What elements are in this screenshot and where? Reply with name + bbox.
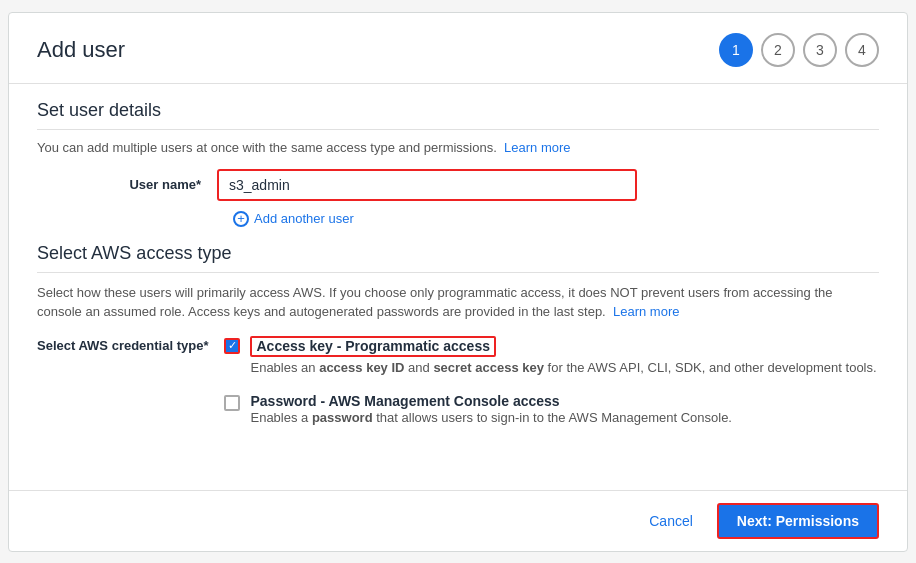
credential-row: Select AWS credential type* Access key -… bbox=[37, 336, 879, 427]
step-1: 1 bbox=[719, 33, 753, 67]
programmatic-option-label: Access key - Programmatic access bbox=[250, 336, 876, 359]
user-details-desc: You can add multiple users at once with … bbox=[37, 140, 879, 155]
user-details-divider bbox=[37, 129, 879, 130]
credential-label: Select AWS credential type* bbox=[37, 336, 224, 353]
console-access-option: Password - AWS Management Console access… bbox=[224, 393, 876, 427]
console-option-label: Password - AWS Management Console access bbox=[250, 393, 732, 409]
username-input[interactable] bbox=[217, 169, 637, 201]
cancel-button[interactable]: Cancel bbox=[637, 507, 705, 535]
step-2: 2 bbox=[761, 33, 795, 67]
programmatic-checkbox[interactable] bbox=[224, 338, 240, 354]
add-user-modal: Add user 1 2 3 4 Set user details You ca… bbox=[8, 12, 908, 552]
console-checkbox-wrapper bbox=[224, 395, 240, 411]
programmatic-access-option: Access key - Programmatic access Enables… bbox=[224, 336, 876, 377]
user-details-section: Set user details You can add multiple us… bbox=[9, 84, 907, 243]
step-3: 3 bbox=[803, 33, 837, 67]
plus-icon: + bbox=[233, 211, 249, 227]
modal-footer: Cancel Next: Permissions bbox=[9, 490, 907, 551]
access-type-divider bbox=[37, 272, 879, 273]
programmatic-option-text: Access key - Programmatic access Enables… bbox=[250, 336, 876, 377]
user-details-title: Set user details bbox=[37, 100, 879, 121]
modal-title: Add user bbox=[37, 37, 125, 63]
access-type-desc: Select how these users will primarily ac… bbox=[37, 283, 879, 322]
next-permissions-button[interactable]: Next: Permissions bbox=[717, 503, 879, 539]
console-checkbox[interactable] bbox=[224, 395, 240, 411]
programmatic-option-desc: Enables an access key ID and secret acce… bbox=[250, 359, 876, 377]
access-type-learn-more[interactable]: Learn more bbox=[613, 304, 679, 319]
step-4: 4 bbox=[845, 33, 879, 67]
steps-indicator: 1 2 3 4 bbox=[719, 33, 879, 67]
console-option-desc: Enables a password that allows users to … bbox=[250, 409, 732, 427]
username-row: User name* bbox=[37, 169, 879, 201]
credential-options: Access key - Programmatic access Enables… bbox=[224, 336, 876, 427]
username-label: User name* bbox=[37, 177, 217, 192]
user-details-learn-more[interactable]: Learn more bbox=[504, 140, 570, 155]
add-another-user[interactable]: + Add another user bbox=[233, 211, 879, 227]
modal-header: Add user 1 2 3 4 bbox=[9, 13, 907, 83]
console-option-text: Password - AWS Management Console access… bbox=[250, 393, 732, 427]
programmatic-checkbox-wrapper bbox=[224, 338, 240, 354]
access-type-section: Select AWS access type Select how these … bbox=[9, 243, 907, 443]
access-type-title: Select AWS access type bbox=[37, 243, 879, 264]
